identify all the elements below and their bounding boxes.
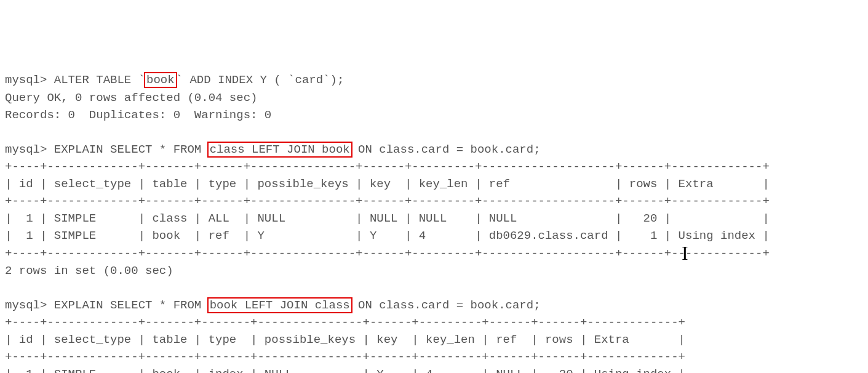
table2-border-mid: +----+-------------+-------+-------+----… [5,350,685,364]
line-14-part1: mysql> EXPLAIN SELECT * FROM [5,299,209,312]
line-1-part1: mysql> ALTER TABLE ` [5,73,145,87]
table1-row2: | 1 | SIMPLE | book | ref | Y | Y | 4 | … [5,229,770,243]
table2-header: | id | select_type | table | type | poss… [5,333,685,347]
table2-row1: | 1 | SIMPLE | book | index | NULL | Y |… [5,367,685,373]
line-1-part2: ` ADD INDEX Y ( `card`); [176,73,344,87]
line-14-part2: ON class.card = book.card; [351,299,541,312]
terminal-output: mysql> ALTER TABLE `book` ADD INDEX Y ( … [5,71,863,373]
line-5-part1: mysql> EXPLAIN SELECT * FROM [5,143,209,156]
line-2: Query OK, 0 rows affected (0.04 sec) [5,91,257,105]
table1-status: 2 rows in set (0.00 sec) [5,264,173,278]
highlight-book: book [144,72,177,88]
table1-border-mid: +----+-------------+-------+------+-----… [5,195,770,208]
line-5-part2: ON class.card = book.card; [351,143,541,156]
line-3: Records: 0 Duplicates: 0 Warnings: 0 [5,108,271,122]
highlight-class-left-join-book: class LEFT JOIN book [207,142,352,158]
table1-border-top: +----+-------------+-------+------+-----… [5,160,770,174]
table1-header: | id | select_type | table | type | poss… [5,177,770,191]
table1-border-bot: +----+-------------+-------+------+-----… [5,247,770,260]
table2-border-top: +----+-------------+-------+-------+----… [5,316,685,329]
highlight-book-left-join-class: book LEFT JOIN class [207,297,352,313]
table1-row1: | 1 | SIMPLE | class | ALL | NULL | NULL… [5,212,770,225]
